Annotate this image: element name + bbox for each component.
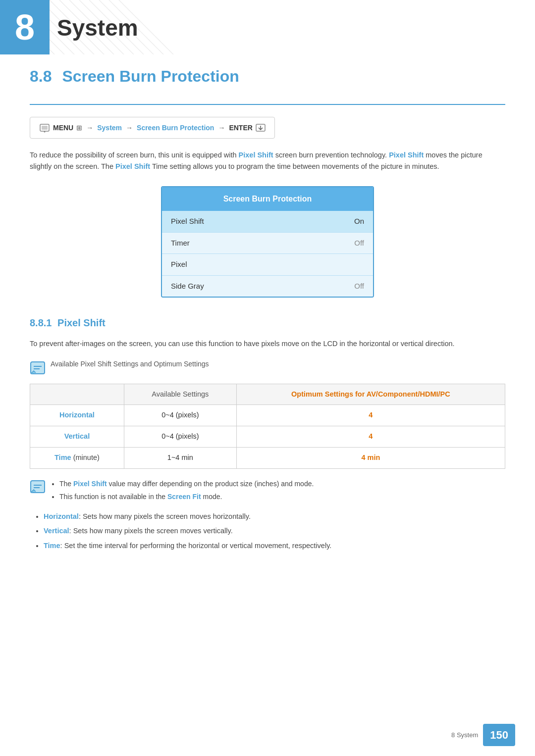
pixel-shift-table: Available Settings Optimum Settings for … [30,384,505,469]
table-cell-horizontal-available: 0~4 (pixels) [124,405,236,426]
enter-icon [256,124,266,132]
note-1-highlight: Screen Fit [167,493,201,501]
ui-row-label-2: Pixel [171,259,187,270]
chapter-number-block: 8 [0,0,50,54]
notes-section: The Pixel Shift value may differ dependi… [30,479,505,504]
subsection-heading: 8.8.1 Pixel Shift [30,315,505,330]
sub-description: To prevent after-images on the screen, y… [30,338,485,350]
time-label-text: Time [54,454,71,461]
table-cell-vertical-label: Vertical [30,426,124,448]
note-box: Available Pixel Shift Settings and Optim… [30,359,505,376]
ui-row-label-0: Pixel Shift [171,216,204,227]
time-label-suffix: (minute) [73,454,100,461]
table-row-time: Time (minute) 1~4 min 4 min [30,447,505,468]
ui-mockup-header: Screen Burn Protection [162,187,373,211]
bullet-item-horizontal: Horizontal: Sets how many pixels the scr… [44,511,505,522]
bullet-term-horizontal: Horizontal [44,512,79,520]
table-cell-horizontal-optimum: 4 [236,405,505,426]
note-icon [30,360,46,376]
ui-mockup: Screen Burn Protection Pixel Shift On Ti… [161,186,374,298]
chapter-number: 8 [15,9,35,45]
footer-page-number: 150 [483,724,515,746]
table-cell-time-label: Time (minute) [30,447,124,468]
table-cell-time-available: 1~4 min [124,447,236,468]
notes-icon [30,479,46,504]
path-item-screen-burn: Screen Burn Protection [137,123,214,133]
bullet-text-vertical: : Sets how many pixels the screen moves … [69,527,233,535]
path-item-system: System [97,123,122,133]
bullet-item-vertical: Vertical: Sets how many pixels the scree… [44,526,505,537]
note-0-highlight: Pixel Shift [73,480,107,488]
menu-path-box: MENU ⊞ → System → Screen Burn Protection… [30,117,275,139]
ui-row-value-1: Off [354,238,364,249]
ui-mockup-row-timer: Timer Off [162,233,373,254]
bullet-text-horizontal: : Sets how many pixels the screen moves … [79,512,251,520]
table-row-vertical: Vertical 0~4 (pixels) 4 [30,426,505,448]
table-cell-time-optimum: 4 min [236,447,505,468]
ui-row-value-3: Off [354,281,364,292]
menu-label: MENU [53,123,73,133]
ui-mockup-row-pixel-shift: Pixel Shift On [162,211,373,233]
bullet-item-time: Time: Set the time interval for performi… [44,541,505,552]
notes-list: The Pixel Shift value may differ dependi… [51,479,505,504]
subsection-number: 8.8.1 [30,317,52,328]
menu-icon [39,122,50,133]
arrow-1: → [86,123,93,133]
ui-row-label-1: Timer [171,238,190,249]
table-cell-horizontal-label: Horizontal [30,405,124,426]
note-label-text: Available Pixel Shift Settings and Optim… [51,359,209,369]
table-header-available: Available Settings [124,384,236,405]
subsection-title: Pixel Shift [57,317,106,328]
table-cell-vertical-available: 0~4 (pixels) [124,426,236,448]
svg-point-16 [44,131,46,133]
note-item-0: The Pixel Shift value may differ dependi… [59,479,505,489]
footer-section-label: 8 System [451,730,478,740]
enter-label: ENTER [229,123,252,133]
arrow-3: → [218,123,225,133]
bullet-text-time: : Set the time interval for performing t… [60,542,332,550]
note-item-1: This function is not available in the Sc… [59,492,505,502]
svg-rect-15 [42,126,48,130]
table-cell-vertical-optimum: 4 [236,426,505,448]
bullet-term-vertical: Vertical [44,527,69,535]
table-header-empty [30,384,124,405]
ui-mockup-row-side-gray: Side Gray Off [162,276,373,297]
grid-icon: ⊞ [76,123,82,133]
description-text: To reduce the possibility of screen burn… [30,150,485,172]
section-heading: 8.8 Screen Burn Protection [30,64,505,92]
section-title: Screen Burn Protection [62,67,239,85]
footer: 8 System 150 [451,724,515,746]
highlight-pixel-shift-1: Pixel Shift [239,151,273,159]
ui-mockup-row-pixel: Pixel [162,254,373,276]
table-header-optimum: Optimum Settings for AV/Component/HDMI/P… [236,384,505,405]
highlight-pixel-shift-3: Pixel Shift [115,162,150,170]
bullet-list: Horizontal: Sets how many pixels the scr… [30,511,505,552]
arrow-2: → [126,123,133,133]
ui-row-value-0: On [354,216,364,227]
chapter-title: System [57,11,138,45]
ui-row-label-3: Side Gray [171,281,204,292]
highlight-pixel-shift-2: Pixel Shift [389,151,424,159]
table-row-horizontal: Horizontal 0~4 (pixels) 4 [30,405,505,426]
bullet-term-time: Time [44,542,60,550]
section-divider [30,104,505,105]
section-number: 8.8 [30,67,52,85]
